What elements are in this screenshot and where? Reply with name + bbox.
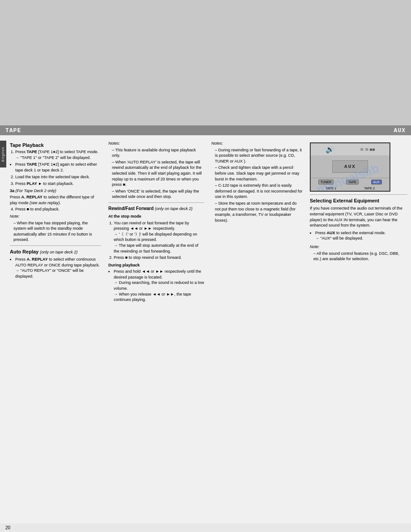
deck-buttons: TAPE 1 TAPE 2 — [311, 186, 390, 191]
display-inner: AUX — [311, 155, 390, 178]
tuner-button: TUNER — [318, 180, 334, 184]
step-3a: 3a (For Tape Deck 2 only) — [10, 188, 101, 194]
tape1-label: TAPE 1 — [325, 187, 336, 190]
arrow-sub — [114, 292, 119, 296]
arrow-sub — [114, 243, 119, 248]
selecting-title: Selecting External Equipment — [310, 197, 407, 204]
rewind-subtitle: (only on tape deck 2) — [155, 206, 193, 211]
aux-label: AUX — [394, 127, 406, 134]
during-playback-label: During playback — [108, 262, 204, 268]
speaker-icon: 🔊 — [325, 145, 334, 154]
list-item: You can rewind or fast forward the tape … — [114, 220, 204, 254]
auto-replay-subtitle: (only on tape deck 2) — [40, 250, 77, 254]
tape-playback-steps-2: Load the tape into the selected tape dec… — [10, 174, 101, 186]
arrow-sub — [114, 232, 119, 236]
divider — [10, 245, 101, 246]
column-3: Notes: During rewinding or fast forwardi… — [208, 139, 306, 520]
list-item: Press AUX to select the external mode. "… — [315, 230, 407, 241]
arrow-sub — [15, 268, 21, 273]
note-aux-item: All the sound control features (e.g. DSC… — [310, 251, 407, 262]
note-item-3: When 'ONCE' is selected, the tape will p… — [108, 189, 204, 200]
list-item: Press PLAY ► to start playback. — [15, 181, 101, 187]
column-2: Notes: This feature is available during … — [105, 139, 208, 520]
notes-label: Notes: — [108, 141, 204, 146]
selecting-list: Press AUX to select the external mode. "… — [310, 230, 407, 241]
list-item: Press TAPE [TAPE 1●2] again to select ei… — [15, 162, 101, 173]
display-top: 🔊 ≋ ≋ ■■ — [311, 143, 390, 155]
rewind-title: Rewind/Fast Forward (only on tape deck 2… — [108, 206, 204, 212]
list-item: Press ■ to stop rewind or fast forward. — [114, 255, 204, 261]
tape-playback-steps: Press TAPE [TAPE 1●2] to select TAPE mod… — [10, 149, 101, 160]
list-item: Press TAPE [TAPE 1●2] to select TAPE mod… — [15, 149, 101, 160]
column-4: 🔊 ≋ ≋ ■■ AUX TUNER TAPE AUX TAPE 1 TAPE … — [306, 139, 411, 520]
tape-label: TAPE — [5, 127, 21, 134]
note-item: When the tape has stopped playing, the s… — [10, 220, 101, 243]
auto-replay-title: Auto Replay (only on tape deck 2) — [10, 249, 101, 255]
list-item: Press ■ to end playback. — [15, 206, 101, 212]
arrow-sub — [315, 236, 321, 240]
tape-playback-bullets: Press TAPE [TAPE 1●2] again to select ei… — [10, 162, 101, 173]
arrow-sub — [114, 280, 119, 285]
arrow-sub — [15, 155, 21, 160]
notes-label-right: Notes: — [211, 141, 303, 146]
page-outer: TAPE AUX English Tape Playback Press TAP… — [0, 0, 411, 532]
note-r-item-1: During rewinding or fast forwarding of a… — [211, 147, 303, 164]
step-3a-text: Press A. REPLAY to select the different … — [10, 194, 101, 206]
note-r-item-4: Store the tapes at room temperature and … — [211, 201, 303, 223]
note-label-aux: Note: — [310, 244, 407, 250]
column-1: Tape Playback Press TAPE [TAPE 1●2] to s… — [6, 139, 105, 520]
top-gray-area — [0, 0, 411, 125]
divider — [108, 202, 204, 203]
note-item-1: This feature is available during tape pl… — [108, 147, 204, 159]
aux-button: AUX — [371, 180, 382, 184]
note-r-item-3: C-120 tape is extremely thin and is easi… — [211, 183, 303, 200]
language-tab: English — [0, 141, 6, 167]
device-display: 🔊 ≋ ≋ ■■ AUX TUNER TAPE AUX TAPE 1 TAPE … — [310, 142, 390, 192]
tape-playback-title: Tape Playback — [10, 142, 101, 148]
during-playback-list: Press and hold ◄◄ or ►► respectively unt… — [108, 269, 204, 303]
stop-mode-steps: You can rewind or fast forward the tape … — [108, 220, 204, 261]
note-r-item-2: Check and tighten slack tape with a penc… — [211, 165, 303, 182]
auto-replay-list: Press A. REPLAY to select either continu… — [10, 257, 101, 279]
selecting-body: If you have connected the audio out term… — [310, 206, 407, 228]
tape2-label: TAPE 2 — [364, 187, 375, 190]
display-screen: AUX — [332, 160, 368, 173]
note-item-2: When 'AUTO REPLAY' is selected, the tape… — [108, 159, 204, 188]
note-label: Note: — [10, 214, 101, 219]
display-icons: ≋ ≋ ■■ — [360, 147, 375, 152]
stop-mode-label: At the stop mode — [108, 214, 204, 219]
tape-playback-steps-3: Press ■ to end playback. — [10, 206, 101, 212]
list-item: Load the tape into the selected tape dec… — [15, 174, 101, 180]
header-bar: TAPE AUX — [0, 125, 411, 135]
list-item: Press and hold ◄◄ or ►► respectively unt… — [114, 269, 204, 303]
content-area: English Tape Playback Press TAPE [TAPE 1… — [0, 135, 411, 523]
list-item: Press A. REPLAY to select either continu… — [15, 257, 101, 279]
tape-button: TAPE — [346, 180, 359, 184]
divider — [310, 194, 407, 195]
display-buttons: TUNER TAPE AUX — [311, 178, 390, 186]
page-number: 20 — [0, 523, 411, 532]
